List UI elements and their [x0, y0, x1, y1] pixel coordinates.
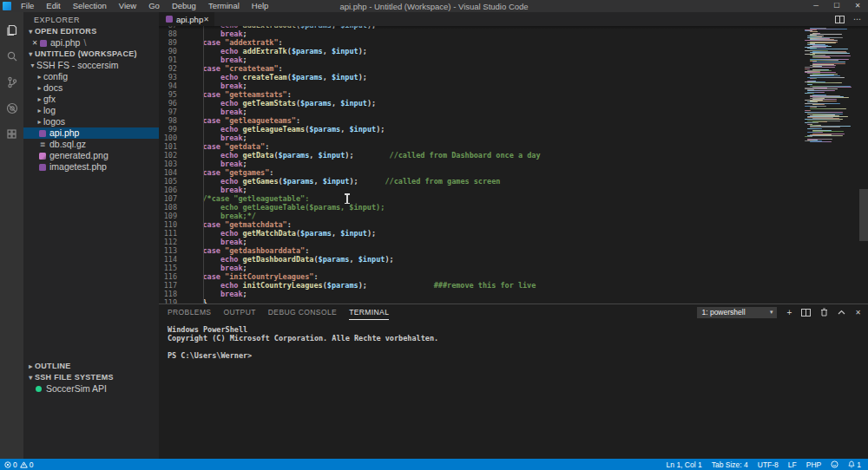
menu-edit[interactable]: Edit — [40, 0, 66, 12]
kill-terminal-icon[interactable] — [820, 308, 828, 317]
tree-item-log[interactable]: ▸log — [23, 105, 159, 116]
menu-file[interactable]: File — [15, 0, 40, 12]
tree-item-db-sql-gz[interactable]: ≣db.sql.gz — [23, 139, 159, 150]
status-encoding[interactable]: UTF-8 — [758, 460, 779, 469]
panel-tab-problems[interactable]: PROBLEMS — [168, 304, 211, 320]
code-line[interactable]: 88 break; — [159, 29, 803, 38]
code-line[interactable]: 109 break;*/ — [159, 212, 803, 220]
code-line[interactable]: 113 case "getdashboarddata": — [159, 246, 803, 255]
tree-item-ssh-fs-soccersim[interactable]: ▾SSH FS - soccersim — [23, 60, 159, 71]
line-number: 92 — [159, 64, 185, 73]
code-line[interactable]: 99 echo getLeagueTeams($params, $input); — [159, 125, 803, 134]
close-icon[interactable]: ✕ — [847, 0, 868, 12]
code-line[interactable]: 111 echo getMatchData($params, $input); — [159, 229, 803, 238]
sidebar-explorer: EXPLORER ▾ OPEN EDITORS ✕ api.php \ ▾ UN… — [23, 12, 159, 459]
code-line[interactable]: 94 break; — [159, 82, 803, 90]
code-text: echo addExtraTk($params, $input); — [185, 47, 367, 55]
terminal-select[interactable]: 1: powershell ▾ — [697, 307, 777, 318]
line-number: 112 — [159, 238, 185, 246]
tree-item-gfx[interactable]: ▸gfx — [23, 94, 159, 105]
code-line[interactable]: 96 echo getTeamStats($params, $input); — [159, 99, 803, 108]
tree-item-config[interactable]: ▸config — [23, 71, 159, 82]
new-terminal-icon[interactable]: + — [786, 308, 792, 317]
code-line[interactable]: 101 case "getdata": — [159, 142, 803, 151]
tab-api-php[interactable]: api.php ✕ — [159, 12, 214, 26]
errors-status[interactable]: 0 — [4, 460, 17, 469]
menu-view[interactable]: View — [113, 0, 142, 12]
code-line[interactable]: 112 break; — [159, 238, 803, 246]
tab-close-icon[interactable]: ✕ — [203, 16, 209, 23]
extensions-icon[interactable] — [0, 121, 23, 147]
menu-selection[interactable]: Selection — [67, 0, 113, 12]
code-line[interactable]: 104 case "getgames": — [159, 168, 803, 177]
code-line[interactable]: 95 case "getteamstats": — [159, 90, 803, 99]
editor-scrollbar[interactable] — [859, 189, 868, 241]
code-line[interactable]: 93 echo createTeam($params, $input); — [159, 73, 803, 82]
close-panel-icon[interactable]: ✕ — [855, 309, 861, 317]
code-line[interactable]: 100 break; — [159, 134, 803, 142]
source-control-icon[interactable] — [0, 69, 23, 95]
search-icon[interactable] — [0, 43, 23, 69]
code-line[interactable]: 97 break; — [159, 108, 803, 116]
status-eol[interactable]: LF — [788, 460, 797, 469]
outline-header[interactable]: ▸ OUTLINE — [23, 361, 159, 372]
close-editor-icon[interactable]: ✕ — [30, 37, 39, 49]
minimize-icon[interactable]: ─ — [806, 0, 826, 12]
maximize-panel-icon[interactable] — [838, 310, 845, 315]
code-text: case "getleagueteams": — [185, 116, 300, 125]
code-line[interactable]: 102 echo getData($params, $input); //cal… — [159, 151, 803, 160]
terminal-output[interactable]: Windows PowerShellCopyright (C) Microsof… — [159, 320, 868, 360]
code-lines[interactable]: 87 echo addExtraGoal($params, $input);88… — [159, 26, 803, 304]
menu-terminal[interactable]: Terminal — [202, 0, 246, 12]
minimap[interactable] — [803, 26, 859, 147]
code-line[interactable]: 105 echo getGames($params, $input); //ca… — [159, 177, 803, 186]
code-line[interactable]: 91 break; — [159, 55, 803, 64]
ssh-connection-item[interactable]: SoccerSim API — [23, 383, 159, 395]
code-text: case "getteamstats": — [185, 90, 292, 99]
code-line[interactable]: 108 echo getLeagueTable($params, $input)… — [159, 203, 803, 212]
feedback-smiley-icon[interactable] — [831, 460, 838, 468]
warnings-status[interactable]: 0 — [20, 460, 34, 469]
code-line[interactable]: 103 break; — [159, 160, 803, 168]
maximize-icon[interactable]: ☐ — [826, 0, 847, 12]
code-line[interactable]: 114 echo getDashboardData($params, $inpu… — [159, 255, 803, 264]
code-line[interactable]: 115 break; — [159, 264, 803, 272]
split-terminal-icon[interactable] — [801, 309, 811, 317]
tree-item-generated-png[interactable]: generated.png — [23, 150, 159, 161]
code-line[interactable]: 89 case "addextratk": — [159, 38, 803, 47]
code-line[interactable]: 107 /*case "getleaguetable": — [159, 194, 803, 203]
explorer-icon[interactable] — [0, 17, 23, 43]
status-tab-size[interactable]: Tab Size: 4 — [712, 460, 748, 469]
split-editor-icon[interactable] — [835, 16, 845, 23]
open-editors-header[interactable]: ▾ OPEN EDITORS — [23, 26, 159, 37]
menu-go[interactable]: Go — [142, 0, 166, 12]
status-cursor-position[interactable]: Ln 1, Col 1 — [667, 460, 702, 469]
panel-tab-debug-console[interactable]: DEBUG CONSOLE — [268, 304, 337, 320]
debug-icon[interactable] — [0, 95, 23, 121]
tree-item-logos[interactable]: ▸logos — [23, 116, 159, 127]
code-line[interactable]: 116 case "initCountryLeagues": — [159, 272, 803, 281]
code-line[interactable]: 110 case "getmatchdata": — [159, 220, 803, 229]
tree-item-imagetest-php[interactable]: imagetest.php — [23, 161, 159, 173]
menu-debug[interactable]: Debug — [166, 0, 202, 12]
chevron-down-icon: ▾ — [29, 60, 36, 71]
code-line[interactable]: 118 break; — [159, 290, 803, 298]
code-line[interactable]: 90 echo addExtraTk($params, $input); — [159, 47, 803, 55]
notifications-bell-icon[interactable]: 1 — [848, 460, 861, 469]
code-line[interactable]: 117 echo initCountryLeagues($params); ##… — [159, 281, 803, 290]
open-editor-item[interactable]: ✕ api.php \ — [23, 37, 159, 49]
status-language-mode[interactable]: PHP — [806, 460, 821, 469]
tree-item-docs[interactable]: ▸docs — [23, 82, 159, 94]
tree-item-api-php[interactable]: api.php — [23, 127, 159, 139]
more-actions-icon[interactable]: ⋯ — [853, 15, 861, 23]
code-editor[interactable]: 87 echo addExtraGoal($params, $input);88… — [159, 26, 868, 304]
code-line[interactable]: 98 case "getleagueteams": — [159, 116, 803, 125]
workspace-header[interactable]: ▾ UNTITLED (WORKSPACE) — [23, 49, 159, 60]
code-line[interactable]: 92 case "createteam": — [159, 64, 803, 73]
ssh-file-systems-header[interactable]: ▾ SSH FILE SYSTEMS — [23, 372, 159, 383]
panel-actions: 1: powershell ▾ + ✕ — [697, 307, 861, 318]
panel-tab-terminal[interactable]: TERMINAL — [349, 304, 389, 320]
panel-tab-output[interactable]: OUTPUT — [223, 304, 255, 320]
menu-help[interactable]: Help — [246, 0, 275, 12]
code-line[interactable]: 106 break; — [159, 186, 803, 194]
